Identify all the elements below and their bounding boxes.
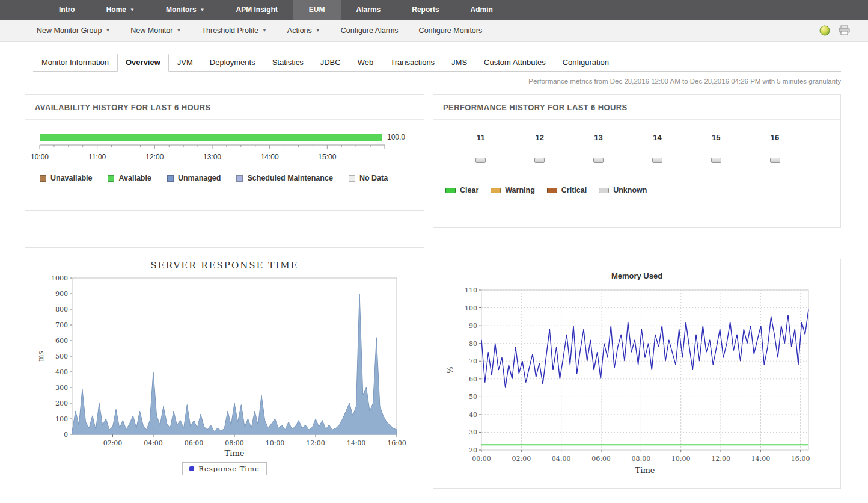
svg-text:90: 90: [469, 322, 477, 330]
status-box-hour-12[interactable]: [534, 158, 545, 163]
legend-swatch: [349, 175, 355, 182]
svg-text:02:00: 02:00: [103, 439, 122, 447]
threshold-profile-button[interactable]: Threshold Profile▼: [191, 26, 277, 35]
svg-text:16:00: 16:00: [790, 455, 810, 463]
svg-text:300: 300: [55, 384, 68, 392]
svg-text:100: 100: [465, 304, 477, 312]
legend-label: Critical: [561, 186, 587, 194]
metrics-granularity-note: Performance metrics from Dec 28,2016 12:…: [0, 78, 841, 85]
toolbar-label: Configure Monitors: [419, 26, 483, 35]
nav-item-alarms[interactable]: Alarms: [341, 0, 397, 20]
svg-text:12:00: 12:00: [711, 455, 730, 463]
tab-monitor-information[interactable]: Monitor Information: [33, 54, 117, 72]
svg-text:600: 600: [55, 337, 68, 345]
toolbar-label: Actions: [287, 26, 312, 35]
new-monitor-group-button[interactable]: New Monitor Group▼: [26, 26, 120, 35]
legend-swatch: [445, 188, 456, 193]
svg-text:70: 70: [469, 357, 477, 365]
response-time-chart: 0100200300400500600700800900100002:0004:…: [32, 273, 417, 461]
hour-label: 16: [745, 133, 804, 142]
hour-label: 12: [510, 133, 569, 142]
legend-label: Scheduled Maintenance: [247, 174, 332, 182]
performance-hour-16: 16: [745, 133, 804, 163]
chevron-down-icon: ▼: [105, 28, 110, 33]
chevron-down-icon: ▼: [262, 28, 267, 33]
server-response-time-panel: SERVER RESPONSE TIME 0100200300400500600…: [25, 247, 424, 483]
tab-transactions[interactable]: Transactions: [382, 54, 443, 72]
tab-statistics[interactable]: Statistics: [264, 54, 312, 72]
tab-configuration[interactable]: Configuration: [554, 54, 617, 72]
svg-text:100: 100: [55, 415, 68, 423]
svg-text:40: 40: [469, 411, 477, 419]
page: Intro Home▼ Monitors▼ APM Insight EUM Al…: [0, 0, 868, 503]
svg-text:15:00: 15:00: [318, 153, 336, 161]
legend-label: Unknown: [613, 186, 647, 194]
toolbar-icons: [819, 25, 850, 36]
response-legend: Response Time: [182, 462, 266, 475]
globe-icon[interactable]: [819, 25, 830, 36]
status-box-hour-13[interactable]: [593, 158, 604, 163]
toolbar-label: Threshold Profile: [201, 26, 258, 35]
configure-alarms-button[interactable]: Configure Alarms: [331, 26, 409, 35]
status-box-hour-16[interactable]: [770, 158, 780, 163]
tab-jdbc[interactable]: JDBC: [312, 54, 349, 72]
printer-icon[interactable]: [839, 25, 850, 35]
svg-text:02:00: 02:00: [512, 455, 531, 463]
nav-item-reports[interactable]: Reports: [396, 0, 454, 20]
toolbar-label: New Monitor: [130, 26, 173, 35]
nav-item-admin[interactable]: Admin: [455, 0, 509, 20]
chevron-down-icon: ▼: [176, 28, 181, 33]
legend-item-unknown: Unknown: [599, 186, 647, 194]
nav-item-intro[interactable]: Intro: [43, 0, 91, 20]
tab-custom-attributes[interactable]: Custom Attributes: [475, 54, 554, 72]
performance-panel-title: PERFORMANCE HISTORY FOR LAST 6 HOURS: [433, 95, 840, 120]
performance-history-panel: PERFORMANCE HISTORY FOR LAST 6 HOURS 11 …: [433, 94, 841, 228]
new-monitor-button[interactable]: New Monitor▼: [120, 26, 191, 35]
svg-text:30: 30: [469, 428, 477, 436]
nav-item-eum[interactable]: EUM: [293, 0, 341, 20]
svg-text:12:00: 12:00: [145, 153, 164, 161]
svg-text:14:00: 14:00: [751, 455, 770, 463]
performance-hour-12: 12: [510, 133, 569, 163]
tab-overview[interactable]: Overview: [117, 54, 169, 72]
status-box-hour-15[interactable]: [711, 158, 721, 163]
nav-label: Intro: [59, 0, 75, 20]
legend-label: Clear: [460, 186, 478, 194]
svg-text:00:00: 00:00: [472, 455, 491, 463]
tab-jms[interactable]: JMS: [443, 54, 475, 72]
legend-swatch: [599, 188, 609, 193]
svg-text:500: 500: [55, 353, 68, 360]
response-legend-wrap: Response Time: [25, 462, 424, 475]
svg-text:800: 800: [55, 306, 68, 313]
legend-swatch: [40, 175, 46, 182]
svg-text:80: 80: [469, 340, 477, 348]
tab-deployments[interactable]: Deployments: [201, 54, 264, 72]
svg-text:08:00: 08:00: [225, 439, 244, 447]
tab-web[interactable]: Web: [349, 54, 382, 72]
svg-text:10:00: 10:00: [671, 455, 690, 463]
status-box-hour-14[interactable]: [652, 158, 662, 163]
svg-text:11:00: 11:00: [88, 153, 106, 161]
legend-label: Warning: [505, 186, 535, 194]
availability-bar[interactable]: [40, 134, 382, 141]
nav-item-apm-insight[interactable]: APM Insight: [221, 0, 293, 20]
tab-jvm[interactable]: JVM: [169, 54, 201, 72]
nav-item-monitors[interactable]: Monitors▼: [150, 0, 221, 20]
configure-monitors-button[interactable]: Configure Monitors: [409, 26, 493, 35]
svg-text:04:00: 04:00: [144, 439, 163, 447]
availability-bar-row: 100.0: [25, 120, 424, 141]
nav-label: Reports: [412, 0, 439, 20]
legend-swatch: [108, 175, 114, 182]
svg-text:06:00: 06:00: [591, 455, 611, 463]
svg-text:400: 400: [55, 368, 68, 376]
nav-item-home[interactable]: Home▼: [91, 0, 150, 20]
performance-hour-13: 13: [569, 133, 628, 163]
legend-item-unmanaged: Unmanaged: [167, 174, 221, 182]
availability-value: 100.0: [387, 133, 405, 141]
top-navbar: Intro Home▼ Monitors▼ APM Insight EUM Al…: [0, 0, 868, 20]
actions-button[interactable]: Actions▼: [277, 26, 331, 35]
status-box-hour-11[interactable]: [475, 158, 486, 163]
svg-text:0: 0: [64, 431, 68, 439]
svg-text:900: 900: [55, 290, 68, 298]
svg-text:12:00: 12:00: [306, 439, 325, 447]
